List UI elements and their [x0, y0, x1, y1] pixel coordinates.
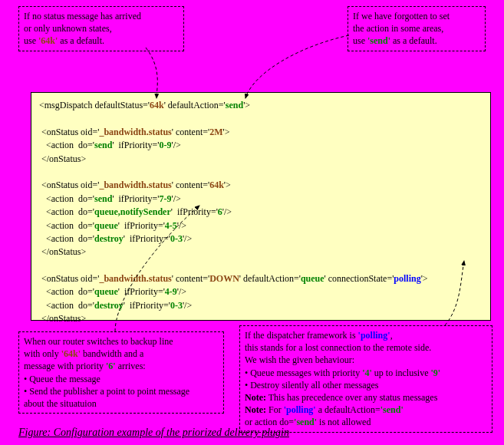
text-line: • Queue messages with priority '4' up to…: [245, 367, 487, 379]
xml-config-box: <msgDispatch defaultStatus='64k' default…: [31, 92, 491, 321]
text-line: use '64k' as a default.: [24, 35, 179, 47]
text-line: with only '64k' bandwidth and a: [24, 348, 219, 360]
text-line: this stands for a lost connection to the…: [245, 341, 487, 354]
text-line: • Send the publisher a point to point me…: [24, 385, 219, 397]
figure-caption: Figure: Configuration example of the pri…: [18, 427, 289, 439]
text-line: We wish the given behaviour:: [245, 354, 487, 366]
text-line: If the dispatcher framework is 'polling'…: [245, 329, 487, 341]
callout-default-status: If no status message has arrived or only…: [18, 6, 184, 51]
text-line: Note: For 'polling' a defaultAction='sen…: [245, 404, 487, 416]
text-line: When our router switches to backup line: [24, 335, 219, 348]
callout-64k-priority6: When our router switches to backup line …: [18, 331, 224, 414]
text-line: If no status message has arrived: [24, 10, 179, 22]
text-line: the action in some areas,: [353, 22, 480, 35]
callout-default-action: If we have forgotten to set the action i…: [348, 6, 486, 51]
text-line: or only unknown states,: [24, 22, 179, 35]
text-line: about the situatuion: [24, 397, 219, 410]
text-line: Note: This has precedence over any statu…: [245, 391, 487, 404]
text-line: message with priority '6' arrives:: [24, 360, 219, 372]
callout-polling: If the dispatcher framework is 'polling'…: [239, 325, 492, 433]
text-line: • Queue the message: [24, 373, 219, 385]
text-line: • Destroy silently all other messages: [245, 379, 487, 391]
text-line: If we have forgotten to set: [353, 10, 480, 22]
text-line: use 'send' as a default.: [353, 35, 480, 47]
